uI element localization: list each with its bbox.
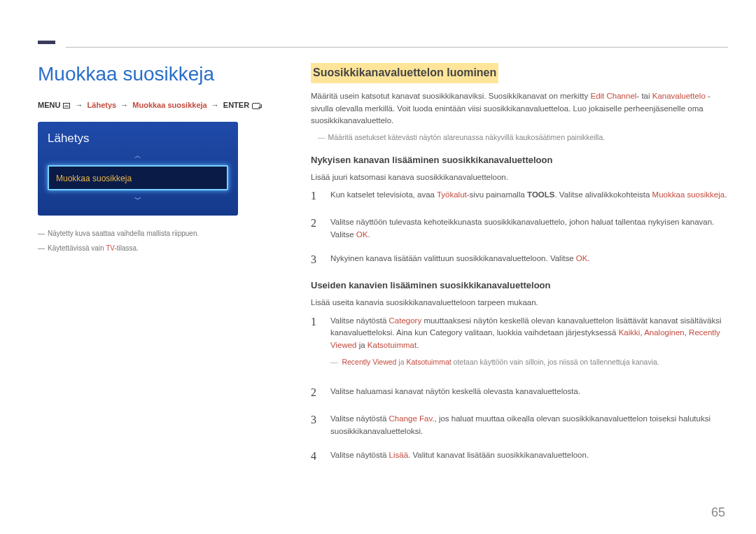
step-item: 4 Valitse näytöstä Lisää. Valitut kanava… (311, 448, 728, 465)
step-body: Valitse näytöstä Category muuttaaksesi n… (330, 314, 728, 375)
text: . (724, 190, 727, 199)
page-number: 65 (711, 505, 725, 520)
tv-selected-item[interactable]: Muokkaa suosikkeja (48, 165, 228, 190)
text-hl: Työkalut (437, 190, 467, 199)
text: Määritä usein katsotut kanavat suosikkik… (311, 92, 591, 100)
text: Valitse näytöstä (330, 414, 389, 423)
tv-panel-title: Lähetys (48, 132, 228, 146)
text-hl: Analoginen (644, 328, 685, 337)
text-hl: OK (576, 254, 588, 262)
arrow-icon: → (211, 101, 219, 109)
step-note: ― Recently Viewed ja Katsotuimmat otetaa… (330, 356, 728, 367)
sub-desc: Lisää useita kanavia suosikkikanavaluett… (311, 297, 728, 309)
steps-list: 1 Kun katselet televisiota, avaa Työkalu… (311, 188, 728, 268)
text-bold: TOOLS (527, 190, 554, 199)
steps-list: 1 Valitse näytöstä Category muuttaaksesi… (311, 314, 728, 465)
text: . (416, 341, 419, 349)
text: Nykyinen kanava lisätään valittuun suosi… (330, 254, 576, 262)
header-accent (38, 41, 55, 44)
footnote-hl: TV (106, 244, 114, 252)
page-title: Muokkaa suosikkeja (38, 63, 283, 85)
breadcrumb-item: Lähetys (88, 101, 117, 109)
text-hl: OK (356, 230, 368, 239)
text: Valitse näytöstä (330, 316, 389, 325)
text-hl: Category (389, 316, 422, 325)
subheading: Useiden kanavien lisääminen suosikkikana… (311, 279, 728, 293)
breadcrumb-enter: ENTER (223, 101, 249, 109)
footnote-text: Näytetty kuva saattaa vaihdella mallista… (48, 230, 199, 237)
step-body: Valitse näyttöön tulevasta kehoteikkunas… (330, 215, 728, 241)
section-heading: Suosikkikanavaluettelon luominen (311, 63, 498, 83)
enter-icon (252, 103, 260, 109)
note-text: Määritä asetukset kätevästi näytön alare… (328, 133, 606, 141)
step-body: Valitse näytöstä Lisää. Valitut kanavat … (330, 448, 728, 465)
text-hl: Kaikki (619, 328, 640, 337)
text-hl: Muokkaa suosikkeja (652, 190, 725, 199)
step-number: 2 (311, 384, 321, 402)
step-number: 3 (311, 251, 321, 269)
text: . (587, 254, 589, 262)
step-item: 1 Kun katselet televisiota, avaa Työkalu… (311, 188, 728, 205)
step-item: 2 Valitse haluamasi kanavat näytön keske… (311, 384, 728, 402)
header-rule (66, 47, 728, 48)
step-number: 1 (311, 314, 321, 375)
text-hl: Edit Channel (591, 92, 637, 100)
text: -sivu painamalla (467, 190, 527, 199)
arrow-icon: → (76, 101, 83, 109)
subheading: Nykyisen kanavan lisääminen suosikkikana… (311, 153, 728, 167)
step-number: 1 (311, 188, 321, 205)
text-hl: Change Fav. (389, 414, 435, 423)
breadcrumb-menu: MENU (38, 101, 60, 109)
right-column: Suosikkikanavaluettelon luominen Määritä… (311, 63, 728, 475)
text-hl: Katsotuimmat (368, 341, 416, 349)
text: . (368, 230, 370, 239)
chevron-down-icon[interactable]: ﹀ (48, 193, 228, 206)
text: . Valitut kanavat lisätään suosikkikanav… (408, 451, 589, 459)
chevron-up-icon[interactable]: ︿ (48, 150, 228, 162)
text: Valitse näytöstä (330, 451, 389, 459)
text: . Valitse alivalikkokohteista (554, 190, 652, 199)
text: Kun katselet televisiota, avaa (330, 190, 437, 199)
text: - tai (636, 92, 652, 100)
sub-desc: Lisää juuri katsomasi kanava suosikkikan… (311, 171, 728, 184)
step-number: 3 (311, 412, 321, 438)
tv-menu-panel: Lähetys ︿ Muokkaa suosikkeja ﹀ (38, 122, 238, 216)
step-body: Kun katselet televisiota, avaa Työkalut-… (330, 188, 728, 205)
footnote: ―Näytetty kuva saattaa vaihdella mallist… (38, 230, 283, 237)
text-hl: Kanavaluettelo (652, 92, 706, 100)
text: otetaan käyttöön vain silloin, jos niiss… (451, 358, 659, 366)
left-column: Muokkaa suosikkeja MENU → Lähetys → Muok… (38, 63, 283, 475)
text-hl: Katsotuimmat (406, 358, 451, 366)
text-hl: Recently Viewed (342, 358, 396, 366)
footnote-text: Käytettävissä vain (48, 244, 106, 252)
breadcrumb-item: Muokkaa suosikkeja (132, 101, 206, 109)
step-body: Valitse näytöstä Change Fav., jos haluat… (330, 412, 728, 438)
intro-paragraph: Määritä usein katsotut kanavat suosikkik… (311, 90, 728, 127)
text: Valitse näyttöön tulevasta kehoteikkunas… (330, 218, 714, 239)
footnote-text: -tilassa. (114, 244, 138, 252)
step-body: Valitse haluamasi kanavat näytön keskell… (330, 384, 728, 402)
step-number: 2 (311, 215, 321, 241)
menu-icon (63, 103, 70, 108)
text: ja (396, 358, 406, 366)
step-item: 1 Valitse näytöstä Category muuttaaksesi… (311, 314, 728, 375)
text-hl: Lisää (389, 451, 409, 459)
arrow-icon: → (120, 101, 128, 109)
step-item: 3 Nykyinen kanava lisätään valittuun suo… (311, 251, 728, 269)
breadcrumb: MENU → Lähetys → Muokkaa suosikkeja → EN… (38, 101, 283, 109)
tv-selected-label: Muokkaa suosikkeja (56, 174, 132, 183)
step-item: 2 Valitse näyttöön tulevasta kehoteikkun… (311, 215, 728, 241)
intro-note: ―Määritä asetukset kätevästi näytön alar… (318, 132, 728, 143)
footnote: ―Käytettävissä vain TV-tilassa. (38, 244, 283, 252)
step-body: Nykyinen kanava lisätään valittuun suosi… (330, 251, 728, 269)
text: ja (357, 341, 368, 349)
step-item: 3 Valitse näytöstä Change Fav., jos halu… (311, 412, 728, 438)
step-number: 4 (311, 448, 321, 465)
page-content: Muokkaa suosikkeja MENU → Lähetys → Muok… (38, 63, 728, 475)
